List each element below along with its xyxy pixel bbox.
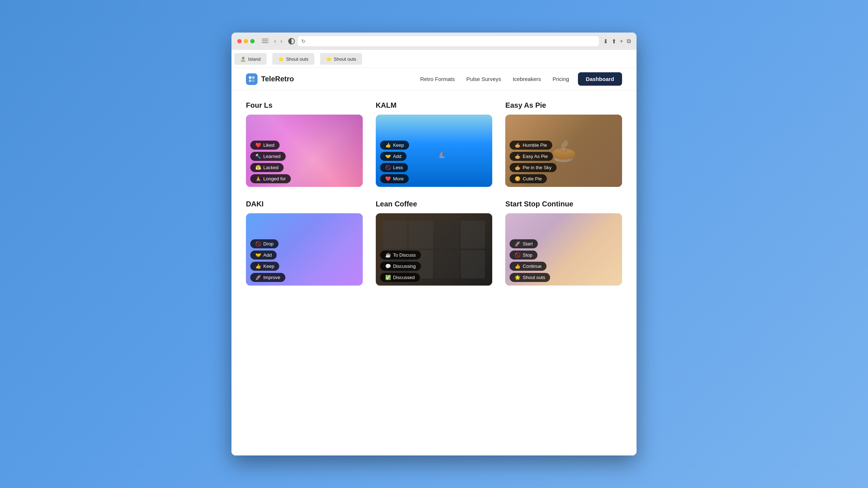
logo[interactable]: TeleRetro: [246, 73, 294, 85]
card-title-daki: DAKI: [246, 200, 363, 208]
card-image-lean-coffee[interactable]: ☕To Discuss 💬Discussing ✅Discussed: [376, 213, 493, 286]
peek-card-island: 🏝️ Island: [234, 53, 267, 65]
learned-emoji: 🔦: [255, 154, 261, 159]
longed-emoji: 🙏: [255, 176, 261, 181]
four-ls-tags: ❤️Liked 🔦Learned 😤Lacked 🙏Longed for: [250, 141, 291, 183]
nav-link-pulse-surveys[interactable]: Pulse Surveys: [467, 76, 501, 82]
retro-grid: Four Ls ❤️Liked 🔦Learned 😤Lacked 🙏Longed…: [246, 101, 622, 286]
shoutouts-label-1: Shout outs: [286, 56, 309, 62]
daki-keep-emoji: 👍: [255, 264, 261, 269]
tag-daki-add: 🤝Add: [250, 251, 277, 260]
peek-card-shoutouts-1: ⭐ Shout outs: [272, 53, 314, 65]
nav-arrows: ‹ ›: [273, 37, 284, 45]
card-title-kalm: KALM: [376, 101, 493, 110]
shoutouts-label-2: Shout outs: [334, 56, 356, 62]
card-lean-coffee[interactable]: Lean Coffee: [376, 200, 493, 286]
tag-start: 🚀Start: [510, 239, 537, 248]
peek-card-shoutouts-2: ⭐ Shout outs: [320, 53, 362, 65]
forward-button[interactable]: ›: [279, 37, 284, 45]
tag-more: ❤️More: [380, 174, 409, 183]
card-title-four-ls: Four Ls: [246, 101, 363, 110]
tag-lacked: 😤Lacked: [250, 163, 284, 172]
shoutouts-emoji-1: ⭐: [278, 56, 284, 62]
shout-outs-emoji: 🌟: [515, 275, 520, 280]
card-easy-as-pie[interactable]: Easy As Pie 🥧 🥧Humble Pie 🥧Easy As Pie 🥧…: [505, 101, 622, 187]
main-content: Four Ls ❤️Liked 🔦Learned 😤Lacked 🙏Longed…: [231, 90, 637, 455]
card-daki[interactable]: DAKI 🚫Drop 🤝Add 👍Keep 🚀Improve: [246, 200, 363, 286]
card-title-start-stop-continue: Start Stop Continue: [505, 200, 622, 208]
tag-stop: 🚫Stop: [510, 251, 537, 260]
svg-rect-2: [249, 80, 251, 82]
tag-drop: 🚫Drop: [250, 239, 278, 248]
back-button[interactable]: ‹: [273, 37, 277, 45]
island-label: Island: [248, 56, 261, 62]
tag-easy-as-pie: 🥧Easy As Pie: [510, 152, 553, 161]
address-bar[interactable]: ↻: [298, 36, 599, 46]
svg-rect-1: [252, 76, 255, 79]
card-image-four-ls[interactable]: ❤️Liked 🔦Learned 😤Lacked 🙏Longed for: [246, 115, 363, 187]
copy-icon[interactable]: ⧉: [627, 38, 631, 44]
new-tab-icon[interactable]: +: [620, 38, 623, 44]
card-image-start-stop-continue[interactable]: 🚀Start 🚫Stop 👍Continue 🌟Shout outs: [505, 213, 622, 286]
daki-add-emoji: 🤝: [255, 252, 261, 258]
tag-discussing: 💬Discussing: [380, 262, 421, 271]
browser-actions: ⬇ ⬆ + ⧉: [603, 38, 631, 45]
start-emoji: 🚀: [515, 241, 520, 247]
tag-less: 🚫Less: [380, 163, 408, 172]
tag-liked: ❤️Liked: [250, 141, 280, 150]
card-image-daki[interactable]: 🚫Drop 🤝Add 👍Keep 🚀Improve: [246, 213, 363, 286]
to-discuss-emoji: ☕: [385, 252, 391, 258]
refresh-icon[interactable]: ↻: [301, 38, 306, 44]
browser-chrome: ‹ › ↻ ⬇ ⬆ + ⧉: [231, 33, 637, 50]
tag-pie-in-sky: 🥧Pie in the Sky: [510, 163, 557, 172]
browser-window: ‹ › ↻ ⬇ ⬆ + ⧉ 🏝️ Island: [231, 33, 637, 455]
nav-link-pricing[interactable]: Pricing: [553, 76, 569, 82]
minimize-button[interactable]: [244, 39, 248, 43]
tag-improve: 🚀Improve: [250, 273, 285, 282]
liked-emoji: ❤️: [255, 142, 261, 148]
start-stop-tags: 🚀Start 🚫Stop 👍Continue 🌟Shout outs: [510, 239, 550, 282]
svg-rect-0: [249, 76, 251, 79]
download-icon[interactable]: ⬇: [603, 38, 608, 45]
navbar: TeleRetro Retro Formats Pulse Surveys Ic…: [231, 68, 637, 90]
improve-emoji: 🚀: [255, 275, 261, 280]
humble-emoji: 🥧: [515, 142, 520, 148]
cutie-emoji: 😋: [515, 176, 520, 181]
browser-body: 🏝️ Island ⭐ Shout outs ⭐ Shout outs: [231, 50, 637, 455]
card-kalm[interactable]: KALM 👍Keep 🤝Add 🚫Less ❤️More: [376, 101, 493, 187]
sidebar-toggle-icon[interactable]: [262, 39, 268, 44]
tag-continue: 👍Continue: [510, 262, 546, 271]
tag-learned: 🔦Learned: [250, 152, 286, 161]
more-emoji: ❤️: [385, 176, 391, 181]
keep-emoji: 👍: [385, 142, 391, 148]
tag-discussed: ✅Discussed: [380, 273, 420, 282]
card-title-lean-coffee: Lean Coffee: [376, 200, 493, 208]
easy-pie-emoji: 🥧: [515, 154, 520, 159]
maximize-button[interactable]: [250, 39, 255, 43]
card-image-kalm[interactable]: 👍Keep 🤝Add 🚫Less ❤️More: [376, 115, 493, 187]
nav-link-icebreakers[interactable]: Icebreakers: [512, 76, 541, 82]
continue-emoji: 👍: [515, 264, 520, 269]
drop-emoji: 🚫: [255, 241, 261, 247]
lacked-emoji: 😤: [255, 165, 261, 170]
easy-pie-tags: 🥧Humble Pie 🥧Easy As Pie 🥧Pie in the Sky…: [510, 141, 557, 183]
pie-sky-emoji: 🥧: [515, 165, 520, 170]
card-four-ls[interactable]: Four Ls ❤️Liked 🔦Learned 😤Lacked 🙏Longed…: [246, 101, 363, 187]
logo-text: TeleRetro: [261, 75, 294, 83]
tag-humble-pie: 🥧Humble Pie: [510, 141, 552, 150]
nav-link-retro-formats[interactable]: Retro Formats: [420, 76, 455, 82]
theme-icon: [288, 38, 295, 44]
discussed-emoji: ✅: [385, 275, 391, 280]
less-emoji: 🚫: [385, 165, 391, 170]
address-bar-container: ↻: [288, 36, 599, 46]
close-button[interactable]: [237, 39, 242, 43]
tag-keep: 👍Keep: [380, 141, 409, 150]
share-icon[interactable]: ⬆: [612, 38, 616, 45]
daki-tags: 🚫Drop 🤝Add 👍Keep 🚀Improve: [250, 239, 285, 282]
card-start-stop-continue[interactable]: Start Stop Continue 🚀Start 🚫Stop 👍Contin…: [505, 200, 622, 286]
discussing-emoji: 💬: [385, 264, 391, 269]
dashboard-button[interactable]: Dashboard: [578, 72, 622, 86]
card-image-easy-as-pie[interactable]: 🥧 🥧Humble Pie 🥧Easy As Pie 🥧Pie in the S…: [505, 115, 622, 187]
logo-icon: [246, 73, 258, 85]
tag-cutie-pie: 😋Cutie Pie: [510, 174, 547, 183]
